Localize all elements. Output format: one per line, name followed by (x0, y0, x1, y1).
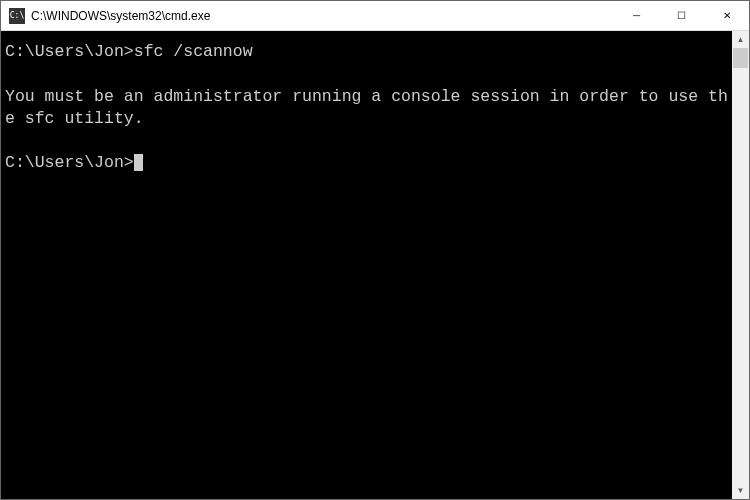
terminal-line (5, 63, 728, 85)
scrollbar[interactable]: ▲ ▼ (732, 31, 749, 499)
terminal-line: C:\Users\Jon> (5, 152, 728, 174)
command-text: sfc /scannow (134, 42, 253, 61)
cursor (134, 154, 143, 171)
minimize-button[interactable]: ─ (614, 1, 659, 30)
window-controls: ─ ☐ ✕ (614, 1, 749, 30)
scroll-down-arrow[interactable]: ▼ (732, 482, 749, 499)
terminal-line: You must be an administrator running a c… (5, 86, 728, 131)
prompt: C:\Users\Jon> (5, 42, 134, 61)
app-icon: C:\ (9, 8, 25, 24)
close-button[interactable]: ✕ (704, 1, 749, 30)
terminal-content[interactable]: C:\Users\Jon>sfc /scannow You must be an… (1, 31, 732, 499)
titlebar[interactable]: C:\ C:\WINDOWS\system32\cmd.exe ─ ☐ ✕ (1, 1, 749, 31)
terminal-line: C:\Users\Jon>sfc /scannow (5, 41, 728, 63)
terminal-body: C:\Users\Jon>sfc /scannow You must be an… (1, 31, 749, 499)
scroll-up-arrow[interactable]: ▲ (732, 31, 749, 48)
prompt: C:\Users\Jon> (5, 153, 134, 172)
cmd-window: C:\ C:\WINDOWS\system32\cmd.exe ─ ☐ ✕ C:… (0, 0, 750, 500)
window-title: C:\WINDOWS\system32\cmd.exe (31, 9, 614, 23)
scrollbar-thumb[interactable] (733, 48, 748, 68)
terminal-line (5, 130, 728, 152)
maximize-button[interactable]: ☐ (659, 1, 704, 30)
